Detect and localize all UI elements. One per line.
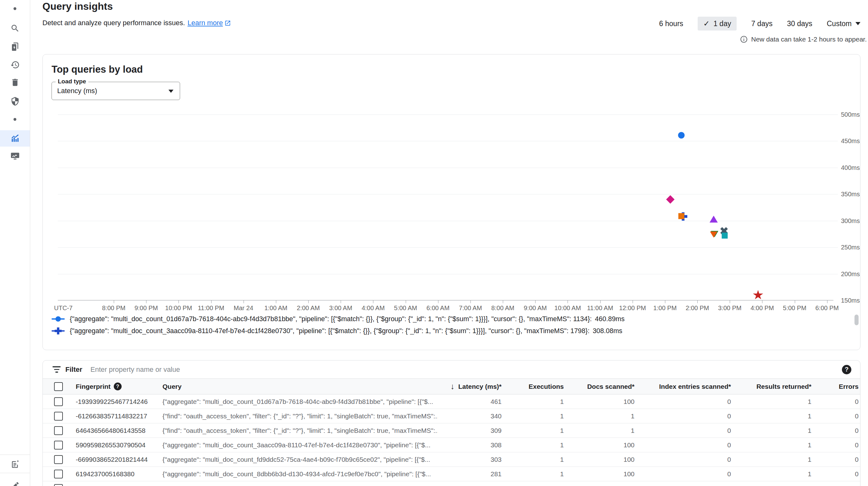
y-axis-label: 450ms [841,137,868,145]
col-header-executions[interactable]: Executions [502,383,564,390]
load-type-value: Latency (ms) [57,82,97,100]
data-point-diamond[interactable] [666,195,675,204]
time-range-custom[interactable]: Custom [827,20,861,28]
data-point-triangle-down[interactable] [710,231,717,238]
timezone-label: UTC-7 [54,305,72,312]
learn-more-link[interactable]: Learn more [188,19,231,27]
cell-latency: 340 [438,412,502,420]
legend-item[interactable]: {"aggregate": "multi_doc_count_3aacc09a-… [52,325,625,337]
x-axis-tick [827,301,828,303]
col-header-results_returned[interactable]: Results returned* [731,383,811,390]
cell-errors: 0 [811,470,859,478]
col-header-docs_scanned[interactable]: Docs scanned* [564,383,634,390]
table-row[interactable]: 5909598265530790504{"aggregate": "multi_… [43,438,860,452]
data-point-triangle-up[interactable] [710,216,718,223]
subtitle-text: Detect and analyze query performance iss… [42,19,185,27]
table-row[interactable]: -8295002236194316765{"aggregate": "multi… [43,481,860,486]
sidebar-item-security[interactable] [0,93,30,110]
table-header-row: Fingerprint?Query↓Latency (ms)*Execution… [43,379,860,395]
info-icon [740,35,748,44]
cell-query: {"find": "oauth_access_token", "filter":… [162,427,438,434]
legend-value: 460.89ms [595,315,624,323]
legend-plus-marker [55,327,62,335]
sidebar-item-history[interactable] [0,57,30,73]
legend-line [52,318,65,320]
x-axis-tick [795,301,795,303]
cell-docs_scanned: 100 [564,485,634,486]
sidebar-item-edit-partial[interactable] [0,478,30,486]
legend-query-text: {"aggregate": "multi_doc_count_01d67a7b-… [70,315,592,323]
legend-value: 308.08ms [593,327,622,335]
col-header-query[interactable]: Query [162,383,438,390]
load-type-select[interactable]: Load type Latency (ms) [52,82,180,100]
history-icon [10,60,20,69]
cell-query: {"aggregate": "multi_doc_count_daa97cb4-… [162,485,438,486]
sidebar-item-dot-mid[interactable] [0,111,30,127]
sidebar-item-release-notes[interactable] [0,456,30,473]
x-axis-tick [503,301,503,303]
time-range-7-days[interactable]: 7 days [751,20,772,28]
cell-index_entries_scanned: 0 [634,412,731,420]
cell-index_entries_scanned: 0 [634,398,731,405]
sidebar-item-query-insights[interactable] [0,130,30,147]
table-row[interactable]: -6126638357114832217{"find": "oauth_acce… [43,409,860,423]
chevron-down-icon [168,90,174,93]
row-checkbox[interactable] [54,426,63,435]
cell-errors: 0 [811,398,859,405]
cell-executions: 1 [502,470,564,478]
col-header-latency[interactable]: ↓Latency (ms)* [438,381,502,391]
col-header-fingerprint[interactable]: Fingerprint [76,383,111,390]
check-icon: ✓ [703,19,710,28]
col-header-errors[interactable]: Errors [811,383,859,390]
sidebar-item-monitoring[interactable] [0,148,30,164]
dot-icon [13,118,16,121]
col-header-index_entries_scanned[interactable]: Index entries scanned* [634,383,731,390]
table-help-icon[interactable]: ? [842,365,851,374]
cell-fingerprint: 6194237005168380 [76,470,162,478]
x-axis-tick [470,301,471,303]
cell-errors: 0 [811,412,859,420]
data-point-star[interactable] [753,290,763,300]
legend-item[interactable]: {"aggregate": "multi_doc_count_01d67a7b-… [52,313,625,325]
time-range-30-days[interactable]: 30 days [787,20,812,28]
select-all-checkbox[interactable] [54,382,63,391]
row-checkbox[interactable] [54,397,63,406]
sidebar-item-trash[interactable] [0,74,30,91]
fingerprint-help-icon[interactable]: ? [114,382,122,390]
data-point-square[interactable] [722,233,728,239]
x-axis-tick [244,301,244,303]
left-sidebar [0,0,30,486]
cell-latency: 274 [438,485,502,486]
cell-fingerprint: 6464365664806143558 [76,427,162,434]
gridline [58,247,838,248]
insights-chart-icon [10,134,20,143]
data-point-square[interactable] [678,213,684,219]
note-sparkle-icon [10,460,20,469]
sidebar-item-query-editor[interactable] [0,39,30,55]
cell-executions: 1 [502,398,564,405]
table-row[interactable]: 6464365664806143558{"find": "oauth_acces… [43,423,860,438]
time-range-1-day[interactable]: ✓1 day [698,17,737,30]
sidebar-item-search[interactable] [0,20,30,36]
chart-legend: {"aggregate": "multi_doc_count_01d67a7b-… [52,313,625,337]
legend-query-text: {"aggregate": "multi_doc_count_3aacc09a-… [70,327,590,335]
table-body: -1939399225467714246{"aggregate": "multi… [43,395,860,486]
x-axis-tick [762,301,763,303]
data-point-circle[interactable] [678,132,684,138]
y-axis-label: 250ms [841,244,868,251]
y-axis-label: 350ms [841,190,868,198]
legend-scrollbar[interactable] [855,315,859,325]
cell-query: {"aggregate": "multi_doc_count_01d67a7b-… [162,398,438,405]
sidebar-item-dot-top[interactable] [0,0,30,17]
time-range-6-hours[interactable]: 6 hours [659,20,683,28]
row-checkbox[interactable] [54,470,63,479]
table-row[interactable]: -6699038652201821444{"aggregate": "multi… [43,452,860,467]
legend-line [52,330,65,332]
filter-input[interactable] [91,366,842,374]
row-checkbox[interactable] [54,455,63,464]
row-checkbox[interactable] [54,441,63,450]
table-row[interactable]: -1939399225467714246{"aggregate": "multi… [43,395,860,409]
row-checkbox[interactable] [54,484,63,486]
row-checkbox[interactable] [54,412,63,421]
table-row[interactable]: 6194237005168380{"aggregate": "multi_doc… [43,467,860,481]
